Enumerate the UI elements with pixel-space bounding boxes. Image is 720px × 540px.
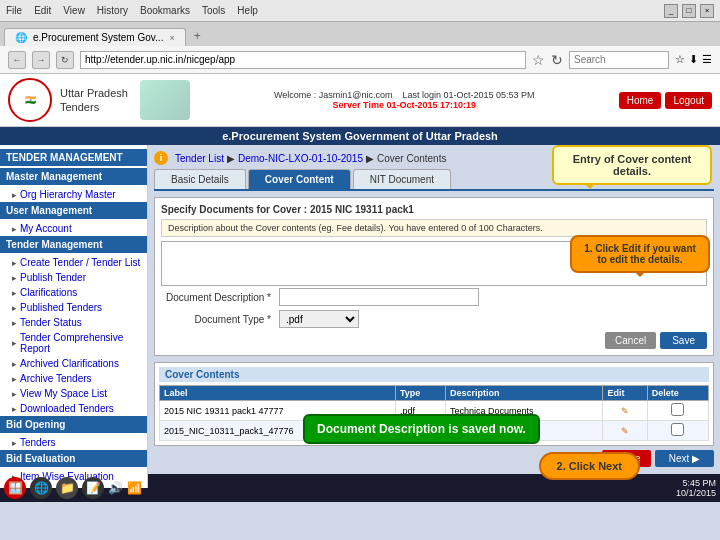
server-time-value: 01-Oct-2015 17:10:19 (386, 100, 476, 110)
settings-icon[interactable]: ☰ (702, 53, 712, 66)
menu-view[interactable]: View (63, 5, 85, 16)
speaker-icon: 🔊 (108, 481, 123, 495)
cancel-button[interactable]: Cancel (605, 332, 656, 349)
taskbar-browser[interactable]: 🌐 (30, 477, 52, 499)
doc-desc-label: Document Description * (161, 292, 271, 303)
browser-menu[interactable]: File Edit View History Bookmarks Tools H… (6, 5, 258, 16)
cell-edit-1[interactable]: ✎ (603, 401, 647, 421)
table-header: Label Type Description Edit Delete (160, 386, 709, 401)
menu-bookmarks[interactable]: Bookmarks (140, 5, 190, 16)
back-button[interactable]: ← (8, 51, 26, 69)
menu-edit[interactable]: Edit (34, 5, 51, 16)
welcome-info: Welcome : Jasmin1@nic.com Last login 01-… (274, 90, 535, 100)
doc-type-select[interactable]: .pdf .doc .xls (279, 310, 359, 328)
edit-icon-1[interactable]: ✎ (621, 406, 629, 416)
browser-titlebar: File Edit View History Bookmarks Tools H… (0, 0, 720, 22)
taskbar-date-value: 10/1/2015 (676, 488, 716, 498)
cell-delete-2[interactable] (647, 421, 708, 441)
start-button[interactable]: 🪟 (4, 477, 26, 499)
network-icon: 📶 (127, 481, 142, 495)
address-input[interactable] (80, 51, 526, 69)
search-input[interactable] (569, 51, 669, 69)
col-edit: Edit (603, 386, 647, 401)
new-tab-button[interactable]: + (186, 26, 209, 46)
delete-checkbox-2[interactable] (671, 423, 684, 436)
menu-file[interactable]: File (6, 5, 22, 16)
doc-type-label: Document Type * (161, 314, 271, 325)
logo-line2: Tenders (60, 100, 128, 114)
taskbar-folder[interactable]: 📁 (56, 477, 78, 499)
save-button[interactable]: Save (660, 332, 707, 349)
delete-checkbox-1[interactable] (671, 403, 684, 416)
doc-desc-label-text: Document Description * (166, 292, 271, 303)
cell-delete-1[interactable] (647, 401, 708, 421)
click-next-text: 2. Click Next (557, 460, 622, 472)
col-label: Label (160, 386, 396, 401)
welcome-user: Jasmin1@nic.com (319, 90, 393, 100)
sidebar-section-master: Master Management (0, 168, 147, 185)
sidebar-item-tenders[interactable]: Tenders (0, 435, 147, 450)
sidebar-item-tender-status[interactable]: Tender Status (0, 315, 147, 330)
sidebar-item-create-tender[interactable]: Create Tender / Tender List (0, 255, 147, 270)
page-header: 🇮🇳 Uttar Pradesh Tenders Welcome : Jasmi… (0, 74, 720, 127)
sidebar-section-bid-opening: Bid Opening (0, 416, 147, 433)
info-icon: i (154, 151, 168, 165)
breadcrumb-tender-list[interactable]: Tender List (175, 153, 224, 164)
sidebar-item-clarifications[interactable]: Clarifications (0, 285, 147, 300)
welcome-label: Welcome : (274, 90, 316, 100)
sidebar-item-view-space[interactable]: View My Space List (0, 386, 147, 401)
logo-text: Uttar Pradesh Tenders (60, 86, 128, 115)
logout-button[interactable]: Logout (665, 92, 712, 109)
menu-help[interactable]: Help (237, 5, 258, 16)
active-tab[interactable]: 🌐 e.Procurement System Gov... × (4, 28, 186, 46)
toolbar-icons: ☆ ⬇ ☰ (675, 53, 712, 66)
minimize-button[interactable]: _ (664, 4, 678, 18)
last-login-time: 01-Oct-2015 05:53 PM (444, 90, 535, 100)
bookmark-icon[interactable]: ☆ (532, 52, 545, 68)
cell-edit-2[interactable]: ✎ (603, 421, 647, 441)
star-icon[interactable]: ☆ (675, 53, 685, 66)
browser-tabs: 🌐 e.Procurement System Gov... × + (0, 22, 720, 46)
sidebar-item-publish-tender[interactable]: Publish Tender (0, 270, 147, 285)
next-button[interactable]: Next ▶ (655, 450, 714, 467)
specify-documents-form: Specify Documents for Cover : 2015 NIC 1… (154, 197, 714, 356)
edit-icon-2[interactable]: ✎ (621, 426, 629, 436)
forward-button[interactable]: → (32, 51, 50, 69)
tab-close-button[interactable]: × (169, 33, 174, 43)
taskbar-word[interactable]: 📝 (82, 477, 104, 499)
sidebar: TENDER MANAGEMENT Master Management Org … (0, 145, 148, 488)
close-button[interactable]: × (700, 4, 714, 18)
page-content: 🇮🇳 Uttar Pradesh Tenders Welcome : Jasmi… (0, 74, 720, 474)
sidebar-section-bid-eval: Bid Evaluation (0, 450, 147, 467)
menu-history[interactable]: History (97, 5, 128, 16)
sidebar-item-org-hierarchy[interactable]: Org Hierarchy Master (0, 187, 147, 202)
home-button[interactable]: Home (619, 92, 662, 109)
tab-nit-document[interactable]: NIT Document (353, 169, 451, 189)
sidebar-section-tender: Tender Management (0, 236, 147, 253)
breadcrumb-sep2: ▶ (366, 153, 374, 164)
breadcrumb-demo[interactable]: Demo-NIC-LXO-01-10-2015 (238, 153, 363, 164)
sidebar-item-archive-tenders[interactable]: Archive Tenders (0, 371, 147, 386)
maximize-button[interactable]: □ (682, 4, 696, 18)
logo-emblem: 🇮🇳 (8, 78, 52, 122)
tab-basic-details[interactable]: Basic Details (154, 169, 246, 189)
refresh-icon[interactable]: ↻ (551, 52, 563, 68)
sidebar-item-comprehensive-report[interactable]: Tender Comprehensive Report (0, 330, 147, 356)
sidebar-item-published-tenders[interactable]: Published Tenders (0, 300, 147, 315)
menu-tools[interactable]: Tools (202, 5, 225, 16)
tab-cover-content[interactable]: Cover Content (248, 169, 351, 189)
sidebar-section-user: User Management (0, 202, 147, 219)
refresh-button[interactable]: ↻ (56, 51, 74, 69)
download-icon[interactable]: ⬇ (689, 53, 698, 66)
doc-type-row: Document Type * .pdf .doc .xls (161, 310, 707, 328)
sidebar-item-my-account[interactable]: My Account (0, 221, 147, 236)
sidebar-item-downloaded[interactable]: Downloaded Tenders (0, 401, 147, 416)
sidebar-item-archived-clarifications[interactable]: Archived Clarifications (0, 356, 147, 371)
system-banner: e.Procurement System Government of Uttar… (0, 127, 720, 145)
col-description: Description (445, 386, 603, 401)
doc-desc-input[interactable] (279, 288, 479, 306)
click-next-bubble: 2. Click Next (539, 452, 640, 480)
breadcrumb-cover-contents: Cover Contents (377, 153, 446, 164)
doc-type-label-text: Document Type * (194, 314, 271, 325)
logo-area: 🇮🇳 Uttar Pradesh Tenders (8, 78, 190, 122)
